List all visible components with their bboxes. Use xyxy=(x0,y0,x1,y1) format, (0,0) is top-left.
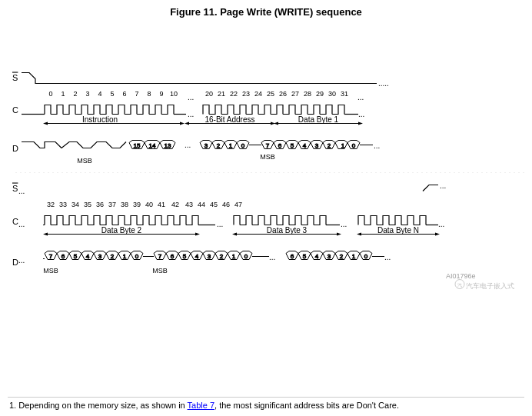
svg-text:Data Byte 3: Data Byte 3 xyxy=(267,226,308,235)
svg-text:43: 43 xyxy=(185,201,193,208)
svg-marker-42 xyxy=(358,122,363,125)
timing-diagram: S ..... 0 1 2 3 4 5 6 7 8 9 10 ... 20 21… xyxy=(8,22,524,395)
svg-marker-99 xyxy=(337,233,341,236)
svg-text:Data Byte 1: Data Byte 1 xyxy=(298,115,339,124)
svg-text:29: 29 xyxy=(316,90,324,98)
svg-text:Instruction: Instruction xyxy=(82,115,118,124)
svg-text:7: 7 xyxy=(49,253,53,260)
svg-text:汽: 汽 xyxy=(457,283,462,288)
svg-text:8: 8 xyxy=(147,90,151,98)
svg-text:3: 3 xyxy=(204,142,208,149)
svg-text:0: 0 xyxy=(352,142,356,149)
svg-text:3: 3 xyxy=(208,253,211,260)
svg-text:16-Bit Address: 16-Bit Address xyxy=(204,115,254,124)
svg-text:3: 3 xyxy=(85,90,89,98)
svg-text:MSB: MSB xyxy=(77,157,92,165)
svg-text:2: 2 xyxy=(217,142,221,149)
svg-text:26: 26 xyxy=(279,90,287,98)
svg-text:3: 3 xyxy=(98,253,102,260)
svg-text:MSB: MSB xyxy=(260,153,275,161)
c-label-top: C xyxy=(12,105,18,115)
svg-text:2: 2 xyxy=(328,142,331,149)
svg-text:4: 4 xyxy=(303,142,307,149)
svg-text:汽车电子嵌入式: 汽车电子嵌入式 xyxy=(466,282,514,290)
svg-text:39: 39 xyxy=(133,201,141,208)
svg-marker-94 xyxy=(43,233,48,236)
figure-title: Figure 11. Page Write (WRITE) sequence xyxy=(8,6,524,18)
svg-text:7: 7 xyxy=(158,253,162,260)
svg-text:32: 32 xyxy=(47,201,55,208)
svg-text:33: 33 xyxy=(59,201,67,208)
svg-text:Data Byte 2: Data Byte 2 xyxy=(101,226,142,235)
svg-text:6: 6 xyxy=(122,90,126,98)
svg-text:.....: ..... xyxy=(378,79,389,88)
s-label-top: S xyxy=(12,73,18,82)
svg-text:6: 6 xyxy=(62,253,65,260)
svg-text:5: 5 xyxy=(183,253,187,260)
svg-text:1: 1 xyxy=(229,142,233,149)
svg-text:30: 30 xyxy=(328,90,336,98)
svg-text:41: 41 xyxy=(158,201,165,208)
timing-diagram-svg: S ..... 0 1 2 3 4 5 6 7 8 9 10 ... 20 21… xyxy=(8,22,524,395)
svg-text:7: 7 xyxy=(135,90,138,98)
svg-text:2: 2 xyxy=(73,90,77,98)
svg-marker-103 xyxy=(435,233,440,236)
svg-text:14: 14 xyxy=(149,142,156,149)
svg-text:40: 40 xyxy=(145,201,153,208)
svg-text:1: 1 xyxy=(341,142,345,149)
footnote: 1. Depending on the memory size, as show… xyxy=(8,397,524,411)
svg-text:47: 47 xyxy=(234,201,242,208)
svg-text:3: 3 xyxy=(328,253,331,260)
svg-text:0: 0 xyxy=(244,253,248,260)
svg-text:24: 24 xyxy=(254,90,262,98)
svg-text:...: ... xyxy=(438,220,444,228)
svg-text:44: 44 xyxy=(198,201,205,208)
svg-text:2: 2 xyxy=(220,253,224,260)
svg-text:6: 6 xyxy=(278,142,282,149)
svg-marker-102 xyxy=(357,233,361,236)
svg-text:...: ... xyxy=(217,220,223,228)
d-label-bottom: D xyxy=(12,258,18,267)
svg-text:...: ... xyxy=(18,187,25,195)
svg-text:...: ... xyxy=(18,220,25,228)
svg-text:0: 0 xyxy=(48,90,52,98)
svg-text:13: 13 xyxy=(165,142,171,149)
svg-text:34: 34 xyxy=(71,201,79,208)
svg-text:15: 15 xyxy=(134,142,141,149)
svg-text:38: 38 xyxy=(121,201,128,208)
svg-text:4: 4 xyxy=(195,253,199,260)
svg-text:2: 2 xyxy=(340,253,344,260)
svg-text:2: 2 xyxy=(111,253,115,260)
svg-text:...: ... xyxy=(269,253,275,261)
svg-text:...: ... xyxy=(188,110,194,118)
svg-marker-98 xyxy=(232,233,237,236)
svg-text:1: 1 xyxy=(232,253,236,260)
svg-text:20: 20 xyxy=(205,90,213,98)
svg-marker-34 xyxy=(180,122,185,125)
svg-text:5: 5 xyxy=(291,142,294,149)
svg-text:4: 4 xyxy=(315,253,319,260)
svg-text:0: 0 xyxy=(135,253,139,260)
d-label-top: D xyxy=(12,144,18,153)
svg-text:...: ... xyxy=(185,141,191,149)
svg-text:3: 3 xyxy=(315,142,319,149)
svg-text:45: 45 xyxy=(210,201,218,208)
svg-text:7: 7 xyxy=(266,142,270,149)
svg-text:28: 28 xyxy=(304,90,311,98)
svg-text:...: ... xyxy=(384,253,391,261)
table-link[interactable]: Table 7 xyxy=(188,401,214,410)
svg-text:36: 36 xyxy=(96,201,104,208)
footnote-text2: , the most significant address bits are … xyxy=(214,401,399,410)
svg-text:0: 0 xyxy=(241,142,245,149)
page: Figure 11. Page Write (WRITE) sequence S… xyxy=(0,0,532,416)
svg-text:6: 6 xyxy=(171,253,175,260)
svg-text:6: 6 xyxy=(291,253,294,260)
svg-marker-41 xyxy=(274,122,278,125)
svg-text:5: 5 xyxy=(74,253,78,260)
svg-text:5: 5 xyxy=(110,90,114,98)
svg-marker-37 xyxy=(185,122,189,125)
footnote-number: 1. xyxy=(9,401,16,410)
svg-text:...: ... xyxy=(374,141,380,150)
svg-text:21: 21 xyxy=(218,90,225,98)
svg-text:1: 1 xyxy=(352,253,356,260)
